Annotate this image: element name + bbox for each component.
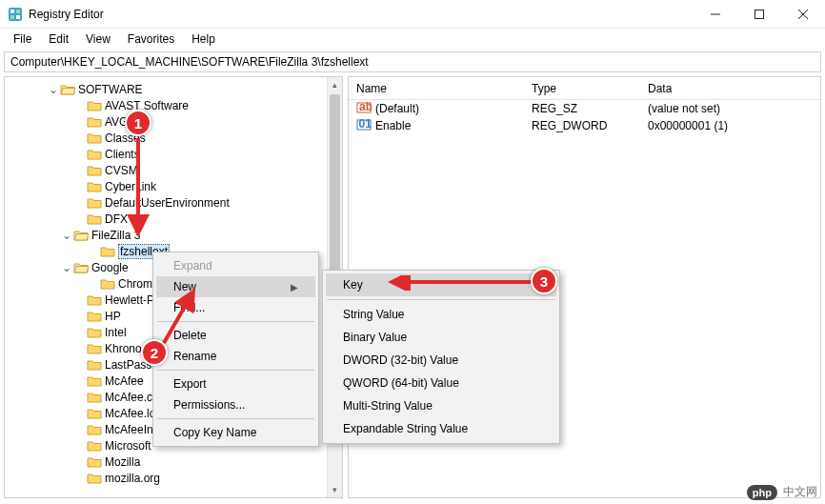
address-bar[interactable]: Computer\HKEY_LOCAL_MACHINE\SOFTWARE\Fil…: [4, 51, 821, 72]
submenu-expandable[interactable]: Expandable String Value: [326, 417, 556, 440]
minimize-button[interactable]: [694, 0, 737, 29]
ctx-export[interactable]: Export: [156, 373, 315, 394]
folder-icon: [87, 99, 102, 112]
folder-icon: [87, 293, 102, 307]
reg-sz-icon: ab: [356, 100, 372, 118]
menu-file[interactable]: File: [6, 30, 39, 48]
tree-toggle-icon[interactable]: ⌄: [47, 83, 60, 96]
folder-icon: [87, 196, 102, 210]
separator: [157, 370, 314, 371]
ctx-rename[interactable]: Rename: [156, 346, 315, 367]
tree-item[interactable]: CVSM: [5, 162, 342, 178]
tree-item-label: AVAST Software: [105, 99, 189, 112]
close-button[interactable]: [781, 0, 825, 29]
tree-item[interactable]: AVG: [5, 113, 342, 130]
value-data: 0x00000001 (1): [640, 119, 820, 132]
folder-icon: [87, 342, 102, 355]
svg-rect-1: [10, 10, 14, 13]
watermark: php 中文网: [747, 484, 817, 500]
tree-item-label: Microsoft: [105, 439, 151, 453]
header-type[interactable]: Type: [524, 78, 640, 99]
tree-toggle-icon[interactable]: ⌄: [60, 261, 73, 274]
menu-view[interactable]: View: [78, 30, 118, 48]
tree-item[interactable]: mozilla.org: [5, 470, 342, 486]
title-bar: Registry Editor: [0, 0, 825, 29]
arrow-1-icon: [125, 133, 153, 243]
submenu-dword[interactable]: DWORD (32-bit) Value: [326, 349, 556, 372]
value-data: (value not set): [640, 102, 820, 115]
context-menu: Expand New▶ Find... Delete Rename Export…: [152, 252, 319, 447]
ctx-expand: Expand: [156, 255, 315, 276]
reg-dword-icon: 011: [356, 117, 372, 135]
tree-item-label: mozilla.org: [105, 472, 160, 485]
menu-bar: File Edit View Favorites Help: [0, 29, 825, 50]
folder-icon: [73, 229, 89, 242]
svg-text:ab: ab: [359, 100, 372, 113]
header-data[interactable]: Data: [640, 78, 820, 99]
submenu-new: Key String Value Binary Value DWORD (32-…: [322, 270, 560, 444]
scroll-down-arrow[interactable]: ▾: [328, 482, 342, 497]
tree-item[interactable]: Classes: [5, 130, 342, 146]
menu-edit[interactable]: Edit: [41, 30, 76, 48]
annotation-2: 2: [141, 339, 168, 366]
tree-item[interactable]: DFX: [5, 211, 342, 227]
folder-icon: [87, 164, 102, 177]
tree-item[interactable]: ⌄FileZilla 3: [5, 227, 342, 243]
tree-toggle-icon[interactable]: ⌄: [60, 229, 73, 242]
arrow-3-icon: [386, 275, 538, 291]
tree-item[interactable]: AVAST Software: [5, 97, 342, 113]
tree-item[interactable]: Clients: [5, 146, 342, 162]
submenu-multi[interactable]: Multi-String Value: [326, 394, 556, 417]
chevron-right-icon: ▶: [291, 282, 298, 292]
folder-icon: [73, 261, 89, 274]
address-path: Computer\HKEY_LOCAL_MACHINE\SOFTWARE\Fil…: [10, 55, 369, 69]
folder-icon: [87, 115, 102, 129]
app-icon: [8, 7, 23, 22]
folder-icon: [87, 326, 102, 339]
tree-item-label: McAfee: [105, 374, 144, 388]
menu-favorites[interactable]: Favorites: [120, 30, 182, 48]
tree-item[interactable]: ⌄SOFTWARE: [5, 81, 342, 97]
window-title: Registry Editor: [29, 8, 694, 21]
value-type: REG_SZ: [524, 102, 640, 115]
folder-icon: [87, 391, 102, 404]
tree-item-label: HP: [105, 310, 121, 323]
folder-icon: [100, 277, 115, 291]
list-header: Name Type Data: [349, 77, 820, 100]
tree-item[interactable]: DefaultUserEnvironment: [5, 194, 342, 211]
ctx-copy-key-name[interactable]: Copy Key Name: [156, 422, 315, 443]
folder-icon: [87, 131, 102, 145]
folder-icon: [87, 407, 102, 420]
tree-item-label: Intel: [105, 326, 127, 339]
header-name[interactable]: Name: [349, 78, 524, 99]
ctx-permissions[interactable]: Permissions...: [156, 394, 315, 415]
folder-icon: [87, 358, 102, 372]
arrow-2-icon: [160, 286, 208, 348]
folder-icon: [87, 455, 102, 469]
watermark-text: 中文网: [783, 484, 817, 500]
folder-icon: [87, 212, 102, 226]
list-row[interactable]: ab(Default)REG_SZ(value not set): [349, 100, 820, 117]
submenu-string[interactable]: String Value: [326, 303, 556, 326]
list-row[interactable]: 011EnableREG_DWORD0x00000001 (1): [349, 117, 820, 134]
submenu-binary[interactable]: Binary Value: [326, 326, 556, 349]
tree-item[interactable]: CyberLink: [5, 178, 342, 194]
scroll-thumb[interactable]: [330, 94, 340, 294]
svg-rect-3: [10, 15, 14, 19]
menu-help[interactable]: Help: [184, 30, 223, 48]
separator: [327, 299, 555, 300]
value-name: Enable: [375, 119, 411, 132]
maximize-button[interactable]: [737, 0, 781, 29]
annotation-3: 3: [531, 268, 557, 294]
scroll-up-arrow[interactable]: ▴: [328, 77, 342, 92]
svg-line-14: [164, 292, 193, 343]
folder-icon: [87, 472, 102, 485]
svg-rect-4: [16, 15, 20, 19]
folder-icon: [87, 148, 102, 161]
value-name: (Default): [375, 102, 419, 115]
tree-item-label: Mozilla: [105, 455, 140, 469]
submenu-qword[interactable]: QWORD (64-bit) Value: [326, 372, 556, 394]
tree-item-label: DefaultUserEnvironment: [105, 196, 230, 210]
tree-item[interactable]: Mozilla: [5, 454, 342, 470]
svg-rect-2: [16, 10, 20, 13]
